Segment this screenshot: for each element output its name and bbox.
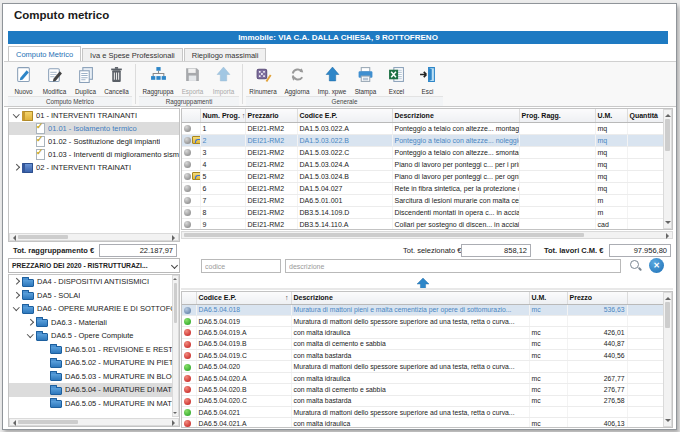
expander-icon[interactable]: [40, 385, 49, 394]
esci-button[interactable]: Esci: [412, 64, 443, 95]
expander-icon[interactable]: [40, 358, 49, 367]
computo-row[interactable]: 8 DEI21-RM2 DB3.5.14.109.D Discendenti m…: [182, 206, 665, 218]
prezzario-tree-item[interactable]: DA6 - OPERE MURARIE E DI SOTTOFOND: [9, 302, 179, 316]
prezzario-tree-item[interactable]: DA6.5.02 - MURATURE IN PIETRAME: [9, 356, 179, 370]
ep-row[interactable]: DA6.5.04.020 Muratura di mattoni dello s…: [182, 361, 665, 372]
expander-icon[interactable]: [12, 111, 21, 120]
expander-icon[interactable]: [26, 331, 35, 340]
col-um[interactable]: U.M.: [595, 109, 627, 122]
col-quantita[interactable]: Quantità: [627, 109, 665, 122]
ep-table-vscrollbar[interactable]: [663, 292, 672, 427]
computo-row[interactable]: 4 DEI21-RM2 DA1.5.03.024.A Piano di lavo…: [182, 158, 665, 170]
importa-button[interactable]: Importa: [208, 64, 239, 95]
expander-icon[interactable]: [12, 291, 21, 300]
expander-icon[interactable]: [40, 345, 49, 354]
tab-computo-metrico[interactable]: Computo Metrico: [8, 46, 81, 61]
prezzario-tree-item[interactable]: DA5 - SOLAI: [9, 289, 179, 303]
tab-iva-spese[interactable]: Iva e Spese Professionali: [82, 48, 183, 61]
expander-icon[interactable]: [40, 372, 49, 381]
rinumera-button[interactable]: Rinumera: [246, 64, 280, 95]
prezzario-tree-item[interactable]: DA6.5 - Opere Compiute: [9, 329, 179, 343]
row-status-icon: [184, 398, 191, 405]
codice-search-input[interactable]: [201, 259, 281, 273]
ep-row[interactable]: DA6.5.04.020.C con malta bastarda mc 276…: [182, 395, 665, 406]
computo-row[interactable]: 6 DEI21-RM2 DA1.5.04.027 Rete in fibra s…: [182, 182, 665, 194]
computo-table-vscrollbar[interactable]: [663, 109, 672, 229]
col-codice-ep[interactable]: Codice E.P.: [297, 109, 392, 122]
expander-icon[interactable]: [26, 137, 35, 146]
duplica-button[interactable]: Duplica: [70, 64, 101, 95]
cell-prezzo: [567, 315, 627, 326]
imp-xpwe-button[interactable]: Imp. xpwe: [314, 64, 350, 95]
arrow-up-icon: [215, 66, 232, 87]
computo-row[interactable]: 3 DEI21-RM2 DA1.5.03.022.C Ponteggio a t…: [182, 146, 665, 158]
col-um[interactable]: U.M.: [529, 292, 567, 304]
computo-row[interactable]: 1 DEI21-RM2 DA1.5.03.022.A Ponteggio a t…: [182, 122, 665, 134]
descrizione-search-input[interactable]: [285, 259, 621, 273]
ep-row[interactable]: DA6.5.04.021.A con malta idraulica mc 40…: [182, 418, 665, 428]
col-num-prog[interactable]: Num. Prog. ↑: [200, 109, 245, 122]
modifica-button[interactable]: Modifica: [39, 64, 70, 95]
prezzario-tree-item[interactable]: DA4 - DISPOSITIVI ANTISISMICI: [9, 275, 179, 289]
raggruppa-button[interactable]: Raggruppa: [139, 64, 177, 95]
interventi-tree-hscrollbar[interactable]: [9, 233, 179, 241]
expander-icon[interactable]: [40, 399, 49, 408]
col-prezzo[interactable]: Prezzo: [567, 292, 627, 304]
ep-row[interactable]: DA6.5.04.019.A con malta idraulica mc 42…: [182, 327, 665, 338]
clear-search-icon[interactable]: ✕: [649, 258, 664, 273]
ep-row[interactable]: DA6.5.04.019.B con malta di cemento e sa…: [182, 338, 665, 349]
prezzario-tree-item[interactable]: DA6.5.05 - MURATURE IN MATTONI: [9, 397, 179, 411]
expander-icon[interactable]: [12, 277, 21, 286]
esporta-button[interactable]: Esporta: [177, 64, 208, 95]
expander-icon[interactable]: [26, 124, 35, 133]
computo-row[interactable]: 5 DEI21-RM2 DA1.5.03.024.B Piano di lavo…: [182, 170, 665, 182]
prezzario-tree-item[interactable]: DA6.5.03 - MURATURE IN BLOCCHI: [9, 370, 179, 384]
interventi-tree-item[interactable]: 01.03 - Interventi di miglioramento sism: [9, 148, 179, 161]
ep-row[interactable]: DA6.5.04.020.B con malta di cemento e sa…: [182, 384, 665, 395]
ep-row[interactable]: DA6.5.04.021 Muratura di mattoni dello s…: [182, 407, 665, 418]
cell-descrizione: Discendenti montati in opera c... in acc…: [392, 206, 519, 218]
expander-icon[interactable]: [26, 318, 35, 327]
prezzario-dropdown[interactable]: PREZZARIO DEI 2020 - RISTRUTTURAZI...: [8, 258, 180, 273]
prezzario-tree-vscrollbar[interactable]: [172, 275, 179, 417]
ep-row[interactable]: DA6.5.04.019 Muratura di mattoni dello s…: [182, 315, 665, 326]
cell-descrizione: Ponteggio a telaio con altezze... montag…: [392, 122, 519, 134]
search-icon[interactable]: [629, 259, 643, 273]
nuovo-button[interactable]: Nuovo: [8, 64, 39, 95]
prezzario-tree-item[interactable]: DA6.3 - Materiali: [9, 316, 179, 330]
aggiorna-button[interactable]: Aggiorna: [280, 64, 314, 95]
col-prezzario[interactable]: Prezzario: [245, 109, 297, 122]
computo-row[interactable]: 2 DEI21-RM2 DA1.5.03.022.B Ponteggio a t…: [182, 134, 665, 146]
stampa-button[interactable]: Stampa: [350, 64, 381, 95]
interventi-tree-item[interactable]: 01.01 - Isolamento termico: [9, 122, 179, 135]
col-descrizione[interactable]: Descrizione: [291, 292, 529, 304]
edit-pencil-icon: [46, 66, 63, 87]
computo-row[interactable]: 7 DEI21-RM2 DA6.5.01.001 Sarcitura di le…: [182, 194, 665, 206]
expander-icon[interactable]: [12, 304, 21, 313]
prezzario-tree-item[interactable]: DA6.5.01 - REVISIONE E RESTAURI: [9, 343, 179, 357]
computo-row[interactable]: 9 DEI21-RM2 DB3.5.14.110.A Collari per s…: [182, 218, 665, 230]
expander-icon[interactable]: [12, 163, 21, 172]
ep-row[interactable]: DA6.5.04.020.A con malta idraulica mc 26…: [182, 372, 665, 383]
col-prog-ragg[interactable]: Prog. Ragg.: [519, 109, 595, 122]
excel-button[interactable]: Excel: [381, 64, 412, 95]
interventi-tree-item[interactable]: 02 - INTERVENTI TRAINATI: [9, 161, 179, 174]
col-descrizione[interactable]: Descrizione: [392, 109, 519, 122]
cancella-button[interactable]: Cancella: [101, 64, 132, 95]
insert-up-arrow-button[interactable]: [416, 276, 430, 288]
interventi-tree-item[interactable]: 01.02 - Sostituzione degli impianti: [9, 135, 179, 148]
tab-riepilogo[interactable]: Riepilogo massimali: [184, 48, 267, 61]
ep-row[interactable]: DA6.5.04.018 Muratura di mattoni pieni e…: [182, 304, 665, 315]
computo-table-hscrollbar[interactable]: [181, 231, 673, 239]
expander-icon[interactable]: [26, 150, 35, 159]
ep-row[interactable]: DA6.5.04.019.C con malta bastarda mc 440…: [182, 350, 665, 361]
interventi-tree-item[interactable]: 01 - INTERVENTI TRAINANTI: [9, 109, 179, 122]
col-codice-ep[interactable]: Codice E.P. ↑: [196, 292, 291, 304]
col-icon[interactable]: [182, 109, 200, 122]
prezzario-tree-hscrollbar[interactable]: [9, 418, 179, 426]
prezzario-tree-item[interactable]: DA6.5.04 - MURATURE DI MATTONI: [9, 383, 179, 397]
row-status-icon: [184, 173, 191, 180]
cell-descrizione: Muratura di mattoni pieni e malta cement…: [291, 304, 529, 315]
tree-item-label: 02 - INTERVENTI TRAINATI: [36, 163, 131, 172]
col-icon[interactable]: [182, 292, 196, 304]
